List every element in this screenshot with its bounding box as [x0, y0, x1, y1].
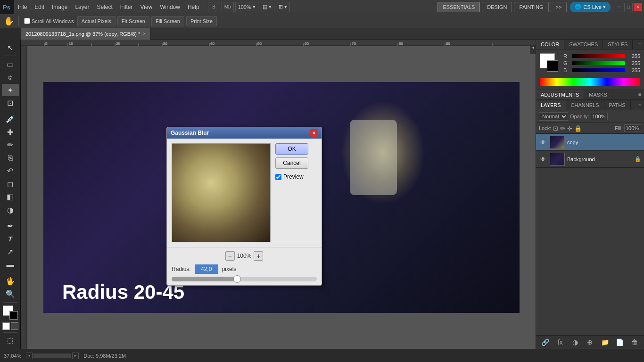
menu-window[interactable]: Window: [156, 0, 184, 14]
adj-panel-expand[interactable]: ≡: [636, 90, 644, 99]
quick-mask-icon[interactable]: [2, 322, 10, 330]
layer-new-btn[interactable]: 📄: [615, 337, 625, 347]
ws-essentials[interactable]: ESSENTIALS: [438, 2, 480, 12]
dialog-preview-check[interactable]: Preview: [275, 173, 308, 180]
scroll-bar-h[interactable]: [33, 354, 71, 358]
zoom-control[interactable]: 100% ▾: [235, 2, 258, 12]
preview-checkbox[interactable]: [275, 174, 281, 180]
window-close[interactable]: ×: [634, 3, 642, 11]
channels-tab[interactable]: CHANNELS: [566, 100, 604, 110]
history-brush-tool[interactable]: ↶: [2, 165, 19, 177]
ws-design[interactable]: DESIGN: [482, 2, 512, 12]
window-maximize[interactable]: □: [624, 3, 633, 11]
fg-bg-colors[interactable]: [3, 305, 18, 319]
layers-tab[interactable]: LAYERS: [536, 100, 566, 110]
background-color[interactable]: [9, 311, 18, 320]
eyedropper-tool[interactable]: 💉: [2, 113, 19, 125]
canvas-area[interactable]: Radius 20-45 Gaussian Blur × OK: [27, 40, 536, 349]
dialog-titlebar[interactable]: Gaussian Blur ×: [167, 127, 322, 139]
layer-background[interactable]: 👁 Background 🔒: [536, 151, 644, 168]
opacity-input[interactable]: [591, 113, 608, 120]
menu-select[interactable]: Select: [93, 0, 116, 14]
eraser-tool[interactable]: ◻: [2, 178, 19, 190]
crop-tool[interactable]: ⊡: [2, 97, 19, 109]
lock-all-icon[interactable]: 🔒: [574, 125, 582, 132]
radius-slider-track[interactable]: [172, 277, 317, 281]
ws-more[interactable]: >>: [551, 2, 567, 12]
arrange-control[interactable]: ⊞ ▾: [276, 2, 290, 12]
foreground-swatch[interactable]: [540, 53, 555, 68]
blend-mode-select[interactable]: Normal: [539, 112, 568, 121]
layer-group-btn[interactable]: 📁: [600, 337, 610, 347]
screen-mode-btn[interactable]: ⬚: [2, 334, 19, 346]
lock-pixels-icon[interactable]: ✏: [560, 125, 565, 132]
zoom-tool[interactable]: 🔍: [2, 288, 19, 300]
file-tab[interactable]: 20120809133718_1s.png @ 37% (copy, RGB/8…: [21, 28, 151, 40]
paths-tab[interactable]: PATHS: [604, 100, 631, 110]
menu-image[interactable]: Image: [48, 0, 71, 14]
background-swatch[interactable]: [547, 60, 558, 72]
zoom-out-btn[interactable]: −: [225, 251, 235, 261]
menu-layer[interactable]: Layer: [71, 0, 93, 14]
swatches-tab[interactable]: SWATCHES: [564, 40, 603, 49]
window-minimize[interactable]: ─: [615, 3, 623, 11]
menu-view[interactable]: View: [136, 0, 156, 14]
layer-adj-btn[interactable]: ⊕: [585, 337, 594, 347]
cs-live-btn[interactable]: 🌐 CS Live ▾: [570, 2, 611, 12]
print-size-btn[interactable]: Print Size: [186, 16, 217, 26]
marquee-tool[interactable]: ▭: [2, 58, 19, 70]
color-tab[interactable]: COLOR: [536, 40, 564, 49]
blue-slider[interactable]: [572, 68, 625, 72]
tab-close-btn[interactable]: ×: [143, 31, 146, 36]
brush-tool[interactable]: ✏: [2, 139, 19, 151]
ws-painting[interactable]: PAINTING: [514, 2, 548, 12]
move-tool[interactable]: ↖: [2, 42, 19, 54]
red-slider[interactable]: [572, 54, 625, 58]
dodge-tool[interactable]: ◑: [2, 204, 19, 215]
layer-copy-visibility[interactable]: 👁: [539, 139, 547, 146]
view-control[interactable]: ▤ ▾: [260, 2, 274, 12]
actual-pixels-btn[interactable]: Actual Pixels: [77, 16, 116, 26]
path-selection-tool[interactable]: ↗: [2, 246, 19, 258]
lock-transparent-icon[interactable]: ⊡: [553, 125, 558, 132]
layer-style-btn[interactable]: fx: [555, 337, 565, 347]
hand-tool[interactable]: 🖐: [2, 275, 19, 287]
layer-copy[interactable]: 👁 copy: [536, 134, 644, 151]
fit-screen-btn[interactable]: Fit Screen: [117, 16, 149, 26]
clone-stamp-tool[interactable]: ⎘: [2, 152, 19, 164]
color-spectrum[interactable]: [540, 78, 640, 86]
menu-filter[interactable]: Filter: [116, 0, 137, 14]
shape-tool[interactable]: ▬: [2, 259, 19, 271]
magic-wand-tool[interactable]: ✦: [2, 84, 19, 96]
dialog-cancel-btn[interactable]: Cancel: [275, 157, 308, 169]
layer-mask-btn[interactable]: ◑: [570, 337, 580, 347]
zoom-out-status-btn[interactable]: ◂: [26, 353, 33, 359]
radius-slider-thumb[interactable]: [233, 275, 241, 283]
zoom-in-status-btn[interactable]: ▸: [72, 353, 79, 359]
menu-edit[interactable]: Edit: [31, 0, 48, 14]
layer-link-btn[interactable]: 🔗: [541, 337, 550, 347]
menu-help[interactable]: Help: [184, 0, 203, 14]
dialog-close-btn[interactable]: ×: [310, 129, 318, 137]
lasso-tool[interactable]: ⌾: [2, 71, 19, 83]
styles-tab[interactable]: STYLES: [603, 40, 633, 49]
scroll-all-check[interactable]: Scroll All Windows: [24, 18, 74, 24]
menu-file[interactable]: File: [14, 0, 31, 14]
color-panel-collapse[interactable]: ≡: [636, 40, 644, 49]
masks-tab[interactable]: MASKS: [584, 90, 612, 99]
green-slider[interactable]: [572, 61, 625, 65]
gradient-tool[interactable]: ◧: [2, 191, 19, 203]
lock-position-icon[interactable]: ✛: [567, 125, 572, 132]
mode-btn1[interactable]: B: [208, 2, 220, 12]
fill-input[interactable]: [624, 124, 641, 132]
scroll-all-checkbox[interactable]: [24, 18, 30, 24]
mode-btn2[interactable]: Mb: [222, 2, 234, 12]
adjustments-tab[interactable]: ADJUSTMENTS: [536, 90, 584, 99]
zoom-in-btn[interactable]: +: [254, 251, 263, 261]
dialog-ok-btn[interactable]: OK: [275, 143, 308, 155]
fill-screen-btn[interactable]: Fill Screen: [151, 16, 184, 26]
layers-panel-expand[interactable]: ≡: [636, 100, 644, 110]
type-tool[interactable]: T: [2, 233, 19, 245]
layer-background-visibility[interactable]: 👁: [539, 156, 547, 163]
healing-tool[interactable]: ✚: [2, 126, 19, 138]
